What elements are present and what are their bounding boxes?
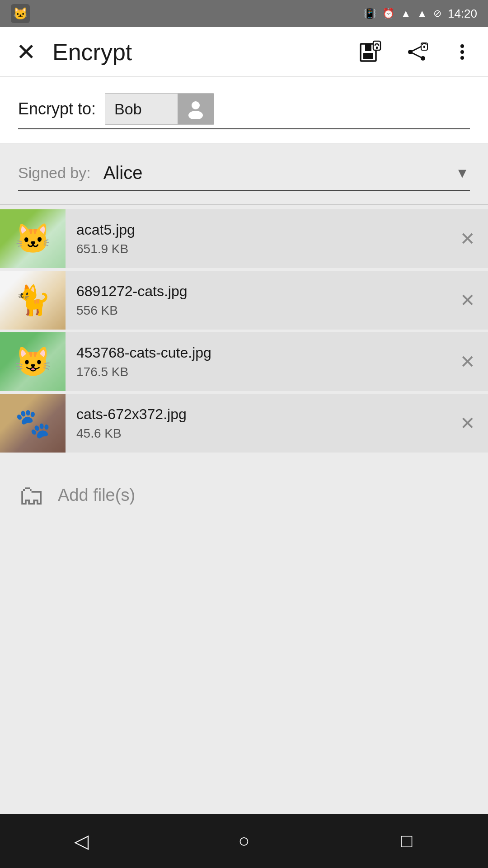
encrypt-to-label: Encrypt to: (18, 99, 96, 118)
list-item: 😺 453768-cats-cute.jpg 176.5 KB ✕ (0, 332, 488, 391)
close-icon: ✕ (460, 290, 475, 311)
list-item: 🐾 cats-672x372.jpg 45.6 KB ✕ (0, 394, 488, 453)
file-size: 556 KB (76, 303, 436, 318)
share-lock-icon (406, 40, 429, 64)
svg-rect-4 (365, 44, 371, 51)
share-button[interactable] (402, 37, 433, 67)
add-files-row[interactable]: 🗂 Add file(s) (0, 460, 488, 531)
svg-point-17 (192, 101, 200, 109)
file-name: 453768-cats-cute.jpg (76, 344, 436, 361)
file-size: 651.9 KB (76, 242, 436, 256)
app-bar: ✕ Encrypt (0, 27, 488, 77)
signal-icon: ▲ (417, 8, 427, 19)
list-item: 🐈 6891272-cats.jpg 556 KB ✕ (0, 271, 488, 330)
more-options-button[interactable] (449, 39, 475, 65)
close-icon: ✕ (460, 228, 475, 249)
svg-text:🐱: 🐱 (13, 6, 28, 21)
person-icon (186, 99, 206, 119)
file-info: 453768-cats-cute.jpg 176.5 KB (66, 336, 447, 387)
file-name: acat5.jpg (76, 222, 436, 238)
signed-by-row: Signed by: Alice ▾ (18, 160, 470, 186)
signer-dropdown-button[interactable]: ▾ (455, 160, 470, 186)
save-lock-icon (359, 40, 382, 64)
cat-emoji-icon: 😺 (15, 345, 51, 379)
toolbar-icons (355, 37, 475, 67)
svg-point-7 (408, 50, 413, 54)
status-bar: 🐱 📳 ⏰ ▲ ▲ ⊘ 14:20 (0, 0, 488, 27)
chevron-down-icon: ▾ (458, 163, 466, 182)
remove-file-button[interactable]: ✕ (447, 219, 488, 258)
file-size: 176.5 KB (76, 365, 436, 379)
home-icon: ○ (238, 830, 249, 852)
app-logo-icon: 🐱 (11, 4, 30, 23)
file-list: 🐱 acat5.jpg 651.9 KB ✕ 🐈 6891272-cats.jp… (0, 205, 488, 460)
recents-button[interactable]: □ (380, 823, 434, 859)
save-button[interactable] (355, 37, 386, 67)
file-thumbnail: 🐱 (0, 209, 66, 268)
status-bar-right: 📳 ⏰ ▲ ▲ ⊘ 14:20 (364, 7, 477, 21)
cat-emoji-icon: 🐾 (15, 406, 51, 440)
alarm-icon: ⏰ (382, 8, 394, 19)
encrypt-to-underline (18, 128, 470, 129)
list-item: 🐱 acat5.jpg 651.9 KB ✕ (0, 209, 488, 268)
encrypt-to-section: Encrypt to: Bob (0, 77, 488, 143)
recipient-avatar (178, 94, 214, 124)
signed-by-section: Signed by: Alice ▾ (0, 143, 488, 205)
add-files-label: Add file(s) (58, 486, 135, 505)
encrypt-to-row: Encrypt to: Bob (18, 93, 470, 125)
file-name: 6891272-cats.jpg (76, 283, 436, 300)
file-info: cats-672x372.jpg 45.6 KB (66, 398, 447, 449)
folder-icon: 🗂 (18, 480, 45, 511)
svg-point-18 (188, 111, 203, 119)
file-thumbnail: 🐾 (0, 394, 66, 453)
svg-point-16 (460, 56, 464, 59)
signed-by-label: Signed by: (18, 164, 91, 182)
file-thumbnail: 🐈 (0, 271, 66, 330)
status-bar-left: 🐱 (11, 4, 30, 23)
signer-name: Alice (103, 163, 455, 183)
vibrate-icon: 📳 (364, 8, 376, 19)
recents-icon: □ (401, 830, 412, 852)
file-info: 6891272-cats.jpg 556 KB (66, 275, 447, 326)
svg-point-14 (460, 44, 464, 48)
bottom-nav: ◁ ○ □ (0, 814, 488, 868)
svg-rect-3 (363, 53, 373, 59)
sync-icon: ⊘ (433, 8, 441, 19)
remove-file-button[interactable]: ✕ (447, 342, 488, 381)
cat-emoji-icon: 🐈 (15, 283, 51, 317)
file-info: acat5.jpg 651.9 KB (66, 213, 447, 264)
close-button[interactable]: ✕ (13, 35, 40, 69)
svg-line-11 (412, 53, 421, 57)
close-icon: ✕ (460, 351, 475, 372)
remove-file-button[interactable]: ✕ (447, 404, 488, 443)
remove-file-button[interactable]: ✕ (447, 281, 488, 320)
home-button[interactable]: ○ (217, 823, 271, 859)
more-options-icon (453, 42, 472, 61)
file-name: cats-672x372.jpg (76, 406, 436, 423)
wifi-icon: ▲ (401, 8, 411, 19)
svg-line-10 (412, 47, 421, 51)
close-icon: ✕ (16, 38, 36, 66)
svg-rect-6 (376, 47, 378, 49)
back-icon: ◁ (74, 830, 89, 852)
file-thumbnail: 😺 (0, 332, 66, 391)
page-title: Encrypt (52, 38, 343, 66)
status-time: 14:20 (448, 7, 477, 21)
file-size: 45.6 KB (76, 426, 436, 441)
svg-point-9 (421, 56, 425, 61)
cat-emoji-icon: 🐱 (15, 222, 51, 256)
recipient-name: Bob (105, 94, 178, 124)
svg-rect-13 (423, 46, 425, 48)
close-icon: ✕ (460, 413, 475, 434)
main-content: Encrypt to: Bob Signed by: Alice ▾ (0, 77, 488, 814)
signed-by-underline (18, 190, 470, 191)
back-button[interactable]: ◁ (54, 823, 108, 859)
svg-point-15 (460, 50, 464, 53)
encrypt-to-input[interactable]: Bob (105, 93, 214, 125)
